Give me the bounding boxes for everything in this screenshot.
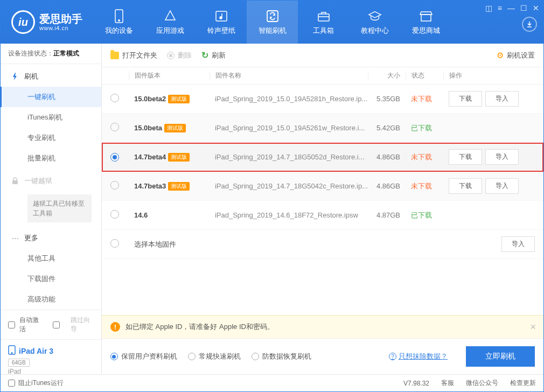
nav-label: 应用游戏 [156, 26, 184, 36]
version-text: 14.6 [134, 211, 148, 219]
opt-anti-recovery[interactable]: 防数据恢复刷机 [252, 352, 311, 361]
version-text: 15.0beta2 [134, 95, 166, 103]
firmware-name: iPad_Spring_2019_14.7_18G5052d_Restore.i… [210, 153, 368, 161]
shirt-icon[interactable]: ◫ [485, 4, 492, 12]
firmware-name: iPad_Spring_2019_15.0_19A5261w_Restore.i… [210, 124, 368, 132]
table-row[interactable]: 14.6 iPad_Spring_2019_14.6_18F72_Restore… [102, 201, 543, 230]
phone-icon [112, 9, 126, 23]
import-button[interactable]: 导入 [485, 149, 519, 165]
toolbar: 打开文件夹 删除 ↻ 刷新 ⚙ 刷机设置 [102, 44, 543, 67]
block-itunes-checkbox[interactable] [8, 380, 15, 387]
firmware-table: 固件版本 固件名称 大小 状态 操作 15.0beta2测试版 iPad_Spr… [102, 67, 543, 315]
table-row[interactable]: 15.0beta测试版 iPad_Spring_2019_15.0_19A526… [102, 114, 543, 143]
table-header: 固件版本 固件名称 大小 状态 操作 [102, 67, 543, 85]
firmware-name: iPad_Spring_2019_15.0_19A5281h_Restore.i… [210, 95, 368, 103]
svg-rect-7 [12, 180, 18, 184]
brand-url: www.i4.cn [39, 25, 82, 31]
skip-guide-checkbox[interactable] [53, 321, 60, 328]
radio-button[interactable] [110, 153, 119, 162]
flash-icon [11, 73, 19, 80]
firmware-name: iPad_Spring_2019_14.7_18G5042c_Restore.i… [210, 182, 368, 190]
radio-button[interactable] [110, 181, 119, 190]
import-button[interactable]: 导入 [485, 91, 519, 107]
nav-apps[interactable]: 应用游戏 [144, 1, 196, 44]
table-row[interactable]: 15.0beta2测试版 iPad_Spring_2019_15.0_19A52… [102, 85, 543, 114]
nav-toolbox[interactable]: 工具箱 [298, 1, 349, 44]
window-controls: ◫ ≡ — ☐ ✕ [485, 4, 539, 12]
radio-button[interactable] [110, 210, 119, 219]
svg-rect-5 [318, 14, 329, 21]
more-icon: ⋯ [11, 234, 19, 242]
svg-point-9 [11, 353, 12, 354]
opt-keep-data[interactable]: 保留用户资料刷机 [110, 352, 177, 361]
auto-activate-checkbox[interactable] [8, 321, 15, 328]
sidebar-item-download[interactable]: 下载固件 [1, 269, 101, 289]
update-link[interactable]: 检查更新 [510, 379, 536, 388]
svg-point-3 [220, 17, 222, 19]
auto-activate-label: 自动激活 [19, 316, 42, 334]
sidebar-item-pro[interactable]: 专业刷机 [1, 128, 101, 148]
radio-button[interactable] [110, 94, 119, 102]
status-text: 已下载 [411, 211, 432, 219]
table-row[interactable]: 14.7beta3测试版 iPad_Spring_2019_14.7_18G50… [102, 172, 543, 201]
firmware-size: 5.35GB [368, 95, 406, 103]
sidebar-item-oneclick[interactable]: 一键刷机 [1, 87, 101, 107]
wechat-link[interactable]: 微信公众号 [466, 379, 498, 388]
device-name: iPad Air 3 [19, 347, 53, 355]
sidebar: 设备连接状态：正常模式 刷机 一键刷机 iTunes刷机 专业刷机 批量刷机 一… [1, 44, 102, 374]
device-storage: 64GB [8, 359, 30, 367]
erase-link[interactable]: ?只想抹除数据？ [389, 352, 448, 361]
delete-button[interactable]: 删除 [167, 51, 192, 60]
nav-tutorials[interactable]: 教程中心 [349, 1, 400, 44]
nav-store[interactable]: 爱思商城 [400, 1, 451, 44]
version-text: 14.7beta3 [134, 182, 166, 190]
radio-button[interactable] [110, 239, 119, 248]
brand-name: 爱思助手 [39, 13, 82, 25]
nav-label: 铃声壁纸 [207, 26, 235, 36]
local-firmware-row[interactable]: 选择本地固件 导入 [102, 230, 543, 259]
logo-icon: iu [11, 10, 35, 34]
firmware-size: 5.42GB [368, 124, 406, 132]
flash-now-button[interactable]: 立即刷机 [466, 346, 535, 367]
close-warning-icon[interactable]: × [530, 321, 536, 333]
nav-my-device[interactable]: 我的设备 [93, 1, 144, 44]
table-row[interactable]: 14.7beta4测试版 iPad_Spring_2019_14.7_18G50… [102, 143, 543, 172]
folder-icon [110, 52, 119, 59]
sidebar-item-batch[interactable]: 批量刷机 [1, 148, 101, 169]
store-icon [419, 9, 433, 23]
sidebar-item-advanced[interactable]: 高级功能 [1, 289, 101, 310]
opt-fast[interactable]: 常规快速刷机 [188, 352, 241, 361]
import-button[interactable]: 导入 [501, 236, 535, 252]
download-indicator[interactable] [522, 17, 537, 32]
settings-button[interactable]: ⚙ 刷机设置 [497, 51, 535, 60]
beta-badge: 测试版 [168, 153, 190, 162]
version-text: 15.0beta [134, 124, 162, 132]
svg-rect-6 [421, 15, 431, 21]
sidebar-item-itunes[interactable]: iTunes刷机 [1, 107, 101, 128]
download-button[interactable]: 下载 [449, 178, 482, 194]
open-folder-button[interactable]: 打开文件夹 [110, 51, 157, 60]
sidebar-section-more[interactable]: ⋯ 更多 [1, 228, 101, 248]
block-itunes-label: 阻止iTunes运行 [18, 379, 64, 388]
skip-guide-label: 跳过向导 [71, 316, 93, 334]
sidebar-item-other[interactable]: 其他工具 [1, 248, 101, 269]
refresh-button[interactable]: ↻ 刷新 [201, 50, 226, 60]
device-type: iPad [8, 368, 94, 375]
download-button[interactable]: 下载 [449, 149, 482, 165]
service-link[interactable]: 客服 [441, 379, 454, 388]
menu-icon[interactable]: ≡ [498, 4, 502, 12]
radio-button[interactable] [110, 123, 119, 131]
minimize-icon[interactable]: — [507, 4, 515, 12]
close-icon[interactable]: ✕ [533, 4, 539, 12]
download-button[interactable]: 下载 [449, 91, 482, 107]
col-action: 操作 [443, 71, 535, 80]
device-card[interactable]: iPad Air 3 64GB iPad [1, 339, 101, 381]
maximize-icon[interactable]: ☐ [520, 4, 527, 12]
col-status: 状态 [406, 71, 443, 80]
import-button[interactable]: 导入 [485, 178, 519, 194]
col-size: 大小 [368, 71, 406, 80]
nav-ringtones[interactable]: 铃声壁纸 [196, 1, 247, 44]
sidebar-section-flash[interactable]: 刷机 [1, 66, 101, 87]
firmware-name: iPad_Spring_2019_14.6_18F72_Restore.ipsw [210, 211, 368, 219]
nav-flash[interactable]: 智能刷机 [247, 1, 298, 44]
